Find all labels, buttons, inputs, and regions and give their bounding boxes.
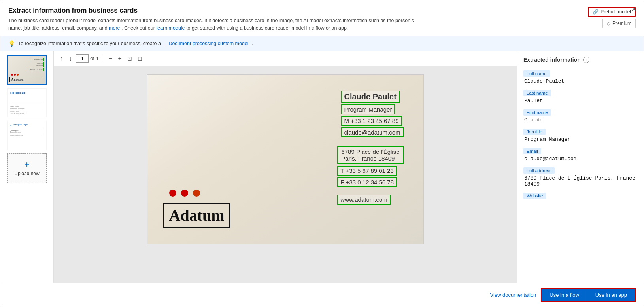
thumbnail-panel: Claude Paulet Program Manager M +33 1 23… <box>0 51 54 283</box>
card-phone: T +33 5 67 89 01 23 <box>337 166 397 176</box>
dialog-title: Extract information from business cards <box>8 7 423 15</box>
canvas-panel: ↑ ↓ of 1 − + ⊡ ⊞ <box>54 51 517 283</box>
card-address-block: 6789 Place de l'Église Paris, France 184… <box>337 146 403 206</box>
field-label-full-name: Full name <box>523 70 550 77</box>
diamond-icon: ◇ <box>607 21 610 26</box>
prebuilt-label: Prebuilt model <box>601 9 631 15</box>
thumbnail-2[interactable]: Rolecloud Stacy Smith Marketing Consulta… <box>7 88 47 117</box>
field-label-website: Website <box>523 193 546 199</box>
extracted-list: Full nameClaude PauletLast namePauletFir… <box>517 66 644 210</box>
thumbnail-3[interactable]: ★ TailSpin Toys Charlie Mills Account Ma… <box>7 121 47 150</box>
field-label-job-title: Job title <box>523 129 546 135</box>
top-right-buttons: 🔗 Prebuilt model ◇ Premium × <box>588 7 636 28</box>
actual-size-button[interactable]: ⊞ <box>136 55 144 63</box>
card-email: claude@adatum.com <box>341 127 404 137</box>
upload-label: Upload new <box>14 171 39 176</box>
prebuilt-icon: 🔗 <box>593 9 599 15</box>
field-label-email: Email <box>523 148 541 154</box>
dot-3 <box>193 190 200 197</box>
card-job-title: Program Manager <box>341 104 395 114</box>
use-in-flow-button[interactable]: Use in a flow <box>542 289 587 301</box>
desc-link-learn[interactable]: learn module <box>156 25 185 31</box>
card-mobile: M +33 1 23 45 67 89 <box>341 116 402 126</box>
card-website: www.adatum.com <box>337 195 390 205</box>
toolbar-divider <box>103 55 103 63</box>
prebuilt-model-button[interactable]: 🔗 Prebuilt model <box>588 7 636 17</box>
banner-link[interactable]: Document processing custom model <box>168 41 248 46</box>
page-down-button[interactable]: ↓ <box>67 54 74 63</box>
page-total: 1 <box>96 55 99 61</box>
fit-page-button[interactable]: ⊡ <box>126 55 134 63</box>
page-number-input[interactable] <box>76 54 89 63</box>
extracted-field-email: Emailclaude@adatum.com <box>523 148 637 162</box>
dialog: Extract information from business cards … <box>0 0 644 307</box>
thumb1-company: Adatum <box>9 77 44 82</box>
card-name: Claude Paulet <box>341 91 400 103</box>
upload-plus-icon: + <box>24 160 30 169</box>
extracted-field-job-title: Job titleProgram Manager <box>523 129 637 142</box>
info-banner: 💡 To recognize information that's specif… <box>0 36 644 51</box>
card-company: Adatum <box>163 203 230 228</box>
view-documentation-link[interactable]: View documentation <box>490 292 536 298</box>
thumbnail-1[interactable]: Claude Paulet Program Manager M +33 1 23… <box>7 55 47 85</box>
field-label-last-name: Last name <box>523 90 551 96</box>
dialog-header: Extract information from business cards … <box>0 0 644 36</box>
canvas-toolbar: ↑ ↓ of 1 − + ⊡ ⊞ <box>54 51 517 66</box>
card-address-line1: 6789 Place de l'Église <box>341 148 399 155</box>
premium-button[interactable]: ◇ Premium <box>602 19 636 28</box>
premium-label: Premium <box>612 21 631 26</box>
dialog-footer: View documentation Use in a flow Use in … <box>0 283 644 307</box>
field-label-first-name: First name <box>523 109 551 116</box>
card-fax: F +33 0 12 34 56 78 <box>337 177 397 187</box>
thumb3-logo: TailSpin Toys <box>13 123 28 126</box>
page-indicator: of 1 <box>76 54 99 63</box>
info-icon: 💡 <box>8 40 15 47</box>
business-card: Adatum Claude Paulet Program Manager M +… <box>147 74 424 244</box>
thumb3-text3: charlie@tailspintoys.com <box>10 135 44 136</box>
field-label-full-address: Full address <box>523 167 555 174</box>
thumb2-logo: Rolecloud <box>10 91 43 95</box>
info-tooltip-icon[interactable]: i <box>583 57 589 63</box>
card-info: Claude Paulet Program Manager M +33 1 23… <box>341 91 404 139</box>
card-dots <box>169 190 200 197</box>
field-value-last-name: Paulet <box>523 98 637 104</box>
desc-link-more[interactable]: more <box>109 25 120 31</box>
card-address-line2: Paris, France 18409 <box>341 155 395 162</box>
thumb3-text2: Account Manager <box>10 131 44 133</box>
extracted-header: Extracted information i <box>517 51 644 66</box>
footer-action-buttons: Use in a flow Use in an app <box>541 288 636 302</box>
banner-text-end: . <box>252 41 253 46</box>
page-of: of <box>90 55 94 61</box>
field-value-job-title: Program Manager <box>523 136 637 142</box>
header-left: Extract information from business cards … <box>8 7 423 32</box>
extracted-field-first-name: First nameClaude <box>523 109 637 123</box>
banner-text: To recognize information that's specific… <box>18 41 161 46</box>
zoom-out-button[interactable]: − <box>107 54 114 63</box>
close-button[interactable]: × <box>630 5 638 14</box>
card-address: 6789 Place de l'Église Paris, France 184… <box>337 146 403 164</box>
card-company-text: Adatum <box>163 203 230 228</box>
dot-2 <box>181 190 188 197</box>
field-value-full-address: 6789 Place de l'Église Paris, France 184… <box>523 175 637 187</box>
field-value-first-name: Claude <box>523 117 637 123</box>
upload-new-button[interactable]: + Upload new <box>7 154 47 183</box>
field-value-full-name: Claude Paulet <box>523 78 637 84</box>
extracted-field-website: Website <box>523 193 637 201</box>
thumb2-text2: Marketing Consultant <box>10 107 43 109</box>
extracted-field-full-name: Full nameClaude Paulet <box>523 70 637 84</box>
dot-1 <box>169 190 176 197</box>
extracted-field-last-name: Last namePaulet <box>523 90 637 104</box>
zoom-in-button[interactable]: + <box>116 54 123 63</box>
extracted-field-full-address: Full address6789 Place de l'Église Paris… <box>523 167 637 187</box>
extracted-title: Extracted information <box>523 57 581 63</box>
thumb3-star: ★ <box>10 123 12 126</box>
extracted-scroll-area: Full nameClaude PauletLast namePauletFir… <box>517 66 644 283</box>
use-in-app-button[interactable]: Use in an app <box>587 289 635 301</box>
extracted-panel: Extracted information i Full nameClaude … <box>517 51 644 283</box>
desc-text3: to get started with using a business car… <box>186 25 348 31</box>
page-up-button[interactable]: ↑ <box>59 54 65 63</box>
desc-text2: . Check out our <box>121 25 155 31</box>
thumb2-text4: 225 Oak Ridge, Austin, TX <box>10 113 43 114</box>
field-value-email: claude@adatum.com <box>523 156 637 162</box>
canvas-area: Adatum Claude Paulet Program Manager M +… <box>54 66 517 283</box>
